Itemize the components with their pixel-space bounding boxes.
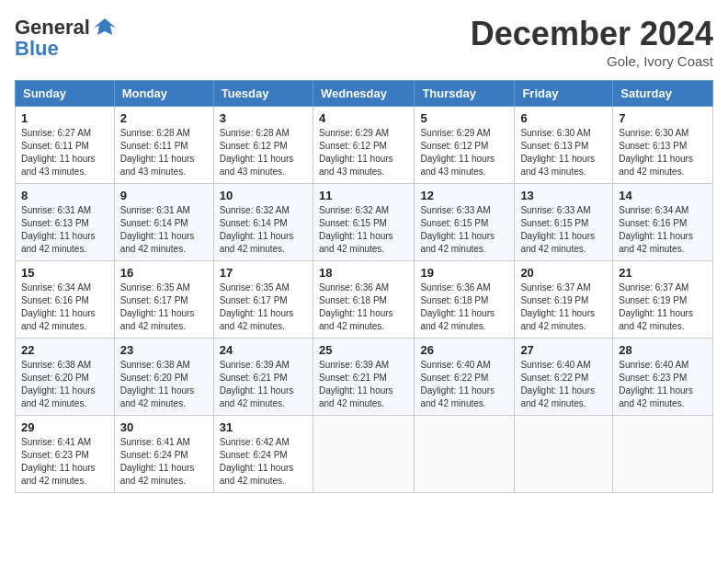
calendar-cell: 26Sunrise: 6:40 AMSunset: 6:22 PMDayligh… [415,339,515,416]
calendar-cell: 17Sunrise: 6:35 AMSunset: 6:17 PMDayligh… [213,261,313,339]
calendar-cell: 7Sunrise: 6:30 AMSunset: 6:13 PMDaylight… [613,107,713,184]
cell-info: Sunrise: 6:34 AMSunset: 6:16 PMDaylight:… [619,204,707,256]
calendar-cell: 23Sunrise: 6:38 AMSunset: 6:20 PMDayligh… [114,339,213,416]
cell-info: Sunrise: 6:31 AMSunset: 6:13 PMDaylight:… [21,204,108,256]
weekday-header-tuesday: Tuesday [213,81,313,107]
calendar-cell [313,416,414,493]
day-number: 12 [420,189,508,202]
calendar-cell: 16Sunrise: 6:35 AMSunset: 6:17 PMDayligh… [114,261,213,339]
calendar-cell: 4Sunrise: 6:29 AMSunset: 6:12 PMDaylight… [313,107,414,184]
cell-info: Sunrise: 6:32 AMSunset: 6:15 PMDaylight:… [319,204,408,256]
calendar-cell: 28Sunrise: 6:40 AMSunset: 6:23 PMDayligh… [613,339,713,416]
day-number: 14 [619,189,707,202]
calendar-cell: 24Sunrise: 6:39 AMSunset: 6:21 PMDayligh… [213,339,313,416]
cell-info: Sunrise: 6:37 AMSunset: 6:19 PMDaylight:… [520,282,607,333]
day-number: 18 [319,266,408,280]
day-number: 1 [21,111,108,125]
day-number: 17 [220,266,307,280]
calendar-cell: 22Sunrise: 6:38 AMSunset: 6:20 PMDayligh… [16,339,115,416]
calendar-cell: 13Sunrise: 6:33 AMSunset: 6:15 PMDayligh… [515,184,613,261]
day-number: 24 [220,343,307,357]
weekday-header-sunday: Sunday [16,81,115,107]
calendar-cell: 30Sunrise: 6:41 AMSunset: 6:24 PMDayligh… [114,416,213,493]
cell-info: Sunrise: 6:33 AMSunset: 6:15 PMDaylight:… [520,204,607,256]
weekday-header-wednesday: Wednesday [313,81,414,107]
day-number: 16 [120,266,208,280]
day-number: 30 [120,420,208,434]
weekday-header-saturday: Saturday [613,81,713,107]
cell-info: Sunrise: 6:38 AMSunset: 6:20 PMDaylight:… [21,359,108,410]
calendar-header-row: SundayMondayTuesdayWednesdayThursdayFrid… [16,81,713,107]
day-number: 25 [319,343,408,357]
cell-info: Sunrise: 6:30 AMSunset: 6:13 PMDaylight:… [520,127,607,178]
cell-info: Sunrise: 6:40 AMSunset: 6:23 PMDaylight:… [619,359,707,410]
logo: General Blue [15,15,118,61]
calendar-cell: 14Sunrise: 6:34 AMSunset: 6:16 PMDayligh… [613,184,713,261]
day-number: 8 [21,189,108,202]
location-label: Gole, Ivory Coast [471,53,713,69]
day-number: 26 [420,343,508,357]
day-number: 13 [520,189,607,202]
calendar-cell: 3Sunrise: 6:28 AMSunset: 6:12 PMDaylight… [213,107,313,184]
calendar-cell: 11Sunrise: 6:32 AMSunset: 6:15 PMDayligh… [313,184,414,261]
day-number: 20 [520,266,607,280]
calendar-cell: 19Sunrise: 6:36 AMSunset: 6:18 PMDayligh… [415,261,515,339]
page-header: General Blue December 2024 Gole, Ivory C… [15,15,713,69]
day-number: 21 [619,266,707,280]
cell-info: Sunrise: 6:36 AMSunset: 6:18 PMDaylight:… [319,282,408,333]
cell-info: Sunrise: 6:39 AMSunset: 6:21 PMDaylight:… [319,359,408,410]
cell-info: Sunrise: 6:28 AMSunset: 6:12 PMDaylight:… [220,127,307,178]
cell-info: Sunrise: 6:31 AMSunset: 6:14 PMDaylight:… [120,204,208,256]
cell-info: Sunrise: 6:39 AMSunset: 6:21 PMDaylight:… [220,359,307,410]
calendar-table: SundayMondayTuesdayWednesdayThursdayFrid… [15,80,713,493]
day-number: 7 [619,111,707,125]
day-number: 10 [220,189,307,202]
cell-info: Sunrise: 6:37 AMSunset: 6:19 PMDaylight:… [619,282,707,333]
cell-info: Sunrise: 6:33 AMSunset: 6:15 PMDaylight:… [420,204,508,256]
calendar-week-2: 8Sunrise: 6:31 AMSunset: 6:13 PMDaylight… [16,184,713,261]
day-number: 29 [21,420,108,434]
cell-info: Sunrise: 6:27 AMSunset: 6:11 PMDaylight:… [21,127,108,178]
calendar-cell: 20Sunrise: 6:37 AMSunset: 6:19 PMDayligh… [515,261,613,339]
calendar-week-3: 15Sunrise: 6:34 AMSunset: 6:16 PMDayligh… [16,261,713,339]
calendar-week-4: 22Sunrise: 6:38 AMSunset: 6:20 PMDayligh… [16,339,713,416]
calendar-cell [515,416,613,493]
calendar-week-1: 1Sunrise: 6:27 AMSunset: 6:11 PMDaylight… [16,107,713,184]
calendar-cell: 9Sunrise: 6:31 AMSunset: 6:14 PMDaylight… [114,184,213,261]
cell-info: Sunrise: 6:34 AMSunset: 6:16 PMDaylight:… [21,282,108,333]
weekday-header-thursday: Thursday [415,81,515,107]
cell-info: Sunrise: 6:28 AMSunset: 6:11 PMDaylight:… [120,127,208,178]
calendar-week-5: 29Sunrise: 6:41 AMSunset: 6:23 PMDayligh… [16,416,713,493]
calendar-cell: 10Sunrise: 6:32 AMSunset: 6:14 PMDayligh… [213,184,313,261]
cell-info: Sunrise: 6:35 AMSunset: 6:17 PMDaylight:… [120,282,208,333]
calendar-cell: 1Sunrise: 6:27 AMSunset: 6:11 PMDaylight… [16,107,115,184]
calendar-cell: 31Sunrise: 6:42 AMSunset: 6:24 PMDayligh… [213,416,313,493]
cell-info: Sunrise: 6:42 AMSunset: 6:24 PMDaylight:… [220,436,307,488]
day-number: 5 [420,111,508,125]
cell-info: Sunrise: 6:40 AMSunset: 6:22 PMDaylight:… [520,359,607,410]
calendar-cell: 15Sunrise: 6:34 AMSunset: 6:16 PMDayligh… [16,261,115,339]
weekday-header-friday: Friday [515,81,613,107]
day-number: 6 [520,111,607,125]
day-number: 23 [120,343,208,357]
calendar-cell: 25Sunrise: 6:39 AMSunset: 6:21 PMDayligh… [313,339,414,416]
calendar-cell: 8Sunrise: 6:31 AMSunset: 6:13 PMDaylight… [16,184,115,261]
calendar-body: 1Sunrise: 6:27 AMSunset: 6:11 PMDaylight… [16,107,713,493]
calendar-cell: 29Sunrise: 6:41 AMSunset: 6:23 PMDayligh… [16,416,115,493]
day-number: 11 [319,189,408,202]
cell-info: Sunrise: 6:36 AMSunset: 6:18 PMDaylight:… [420,282,508,333]
cell-info: Sunrise: 6:29 AMSunset: 6:12 PMDaylight:… [420,127,508,178]
title-block: December 2024 Gole, Ivory Coast [471,15,713,69]
calendar-cell: 6Sunrise: 6:30 AMSunset: 6:13 PMDaylight… [515,107,613,184]
calendar-cell: 18Sunrise: 6:36 AMSunset: 6:18 PMDayligh… [313,261,414,339]
cell-info: Sunrise: 6:29 AMSunset: 6:12 PMDaylight:… [319,127,408,178]
logo-bird-icon [92,15,118,40]
cell-info: Sunrise: 6:32 AMSunset: 6:14 PMDaylight:… [220,204,307,256]
cell-info: Sunrise: 6:30 AMSunset: 6:13 PMDaylight:… [619,127,707,178]
day-number: 22 [21,343,108,357]
day-number: 31 [220,420,307,434]
calendar-cell [415,416,515,493]
day-number: 9 [120,189,208,202]
svg-marker-0 [94,18,116,35]
cell-info: Sunrise: 6:38 AMSunset: 6:20 PMDaylight:… [120,359,208,410]
